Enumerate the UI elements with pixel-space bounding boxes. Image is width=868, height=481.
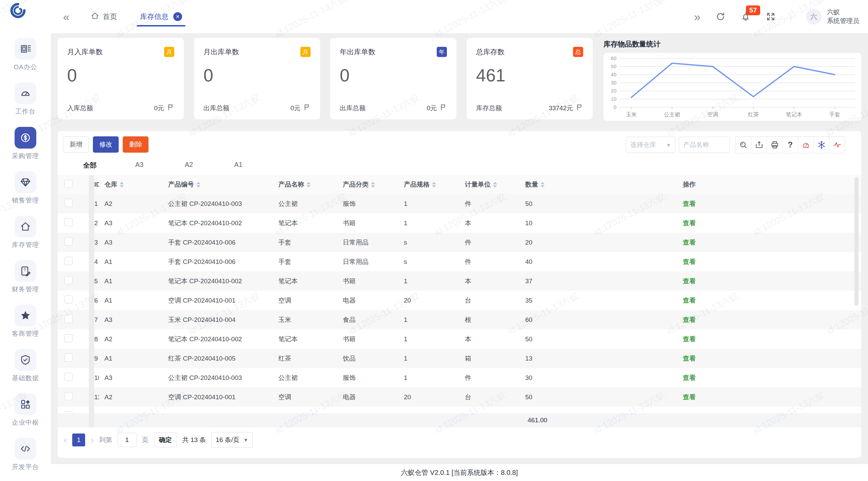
sidebar-item-label: 财务管理 bbox=[12, 285, 39, 294]
pulse-icon[interactable] bbox=[829, 137, 845, 153]
sidebar-item-purchase[interactable]: 采购管理 bbox=[12, 127, 39, 171]
delete-button[interactable]: 删除 bbox=[123, 136, 149, 153]
view-link[interactable]: 查看 bbox=[683, 219, 696, 227]
next-page-icon[interactable]: › bbox=[91, 435, 94, 445]
fullscreen-icon[interactable] bbox=[766, 12, 776, 22]
export-icon[interactable] bbox=[751, 137, 767, 153]
sidebar-item-inventory[interactable]: 库存管理 bbox=[12, 216, 39, 260]
filter-tab-全部[interactable]: 全部 bbox=[65, 157, 115, 174]
help-icon[interactable]: ? bbox=[782, 137, 798, 153]
tab-库存信息[interactable]: 库存信息✕ bbox=[138, 0, 184, 33]
sidebar-item-enterprise[interactable]: 企业中枢 bbox=[12, 393, 39, 438]
table-row[interactable]: 10A3公主裙 CP-20240410-003公主裙服饰1件30查看 bbox=[58, 368, 861, 387]
table-row[interactable]: 11A2空调 CP-20240410-001空调电器20台50查看 bbox=[58, 387, 861, 407]
search-icon[interactable] bbox=[735, 137, 751, 153]
sort-icon[interactable] bbox=[540, 182, 545, 188]
column-header-产品规格[interactable]: 产品规格 bbox=[398, 180, 459, 189]
view-link[interactable]: 查看 bbox=[683, 200, 696, 207]
svg-text:公主裙: 公主裙 bbox=[664, 112, 680, 117]
table-scrollbar[interactable] bbox=[854, 177, 859, 306]
goto-page-input[interactable]: 1 bbox=[118, 433, 137, 447]
sidebar-item-oa[interactable]: OA办公 bbox=[14, 38, 37, 82]
row-checkbox[interactable] bbox=[64, 257, 73, 265]
table-row[interactable]: 9A1红茶 CP-20240410-005红茶饮品1箱13查看 bbox=[58, 349, 861, 368]
sort-icon[interactable] bbox=[432, 182, 436, 188]
cell: 10 bbox=[520, 219, 601, 227]
sort-icon[interactable] bbox=[196, 182, 200, 188]
view-link[interactable]: 查看 bbox=[683, 355, 696, 362]
card-badge: 年 bbox=[437, 47, 447, 57]
edit-button[interactable]: 修改 bbox=[93, 136, 119, 153]
sidebar-item-customer[interactable]: 客商管理 bbox=[12, 305, 39, 349]
filter-tab-A2[interactable]: A2 bbox=[164, 157, 214, 174]
add-button[interactable]: 新增 bbox=[63, 136, 89, 153]
dashboard-icon[interactable] bbox=[798, 137, 813, 153]
view-link[interactable]: 查看 bbox=[683, 393, 696, 401]
table-row[interactable]: 2A3笔记本 CP-20240410-002笔记本书籍1本10查看 bbox=[58, 213, 861, 233]
svg-text:红茶: 红茶 bbox=[748, 112, 759, 117]
card-title: 年出库单数 bbox=[340, 47, 375, 57]
sort-icon[interactable] bbox=[493, 182, 497, 188]
notifications-icon[interactable]: 57 bbox=[741, 12, 751, 22]
view-link[interactable]: 查看 bbox=[683, 335, 696, 343]
row-checkbox[interactable] bbox=[64, 276, 73, 284]
table-row[interactable]: 12A1公主裙 CP-20240410-003公主裙服饰30件54查看 bbox=[58, 407, 861, 413]
row-checkbox[interactable] bbox=[64, 392, 73, 400]
freeze-icon[interactable] bbox=[813, 137, 829, 153]
view-link[interactable]: 查看 bbox=[683, 316, 696, 323]
row-checkbox[interactable] bbox=[64, 237, 73, 246]
sidebar-item-dev[interactable]: 开发平台 bbox=[12, 438, 39, 481]
sort-icon[interactable] bbox=[120, 182, 124, 188]
sidebar-item-finance[interactable]: ?财务管理 bbox=[12, 260, 39, 305]
refresh-icon[interactable] bbox=[715, 12, 726, 22]
sort-icon[interactable] bbox=[371, 182, 375, 188]
column-header-产品编号[interactable]: 产品编号 bbox=[163, 180, 273, 189]
view-link[interactable]: 查看 bbox=[683, 277, 696, 285]
table-row[interactable]: 7A3玉米 CP-20240410-004玉米食品1根60查看 bbox=[58, 310, 861, 329]
view-link[interactable]: 查看 bbox=[683, 374, 696, 381]
sidebar-item-base-data[interactable]: 基础数据 bbox=[12, 349, 39, 393]
print-icon[interactable] bbox=[767, 137, 782, 153]
prev-page-icon[interactable]: ‹ bbox=[64, 435, 67, 445]
column-header-数量[interactable]: 数量 bbox=[520, 180, 601, 189]
table-row[interactable]: 8A2笔记本 CP-20240410-002笔记本书籍1本50查看 bbox=[58, 329, 861, 349]
row-checkbox[interactable] bbox=[64, 334, 73, 342]
confirm-button[interactable]: 确定 bbox=[154, 432, 177, 447]
table-row[interactable]: 6A1空调 CP-20240410-001空调电器20台35查看 bbox=[58, 291, 861, 310]
row-checkbox[interactable] bbox=[64, 353, 73, 362]
table-row[interactable]: 3A3手套 CP-20240410-006手套日常用品s件20查看 bbox=[58, 233, 861, 252]
row-checkbox[interactable] bbox=[64, 218, 73, 226]
select-all-checkbox[interactable] bbox=[64, 180, 73, 188]
card-footer-value: 0元 bbox=[290, 103, 311, 113]
sidebar-item-sales[interactable]: 销售管理 bbox=[12, 171, 39, 216]
collapse-tabs-icon[interactable]: « bbox=[63, 11, 70, 22]
sort-icon[interactable] bbox=[307, 182, 311, 188]
product-name-input[interactable]: 产品名称 bbox=[679, 137, 730, 153]
avatar[interactable]: 六 bbox=[806, 9, 822, 24]
filter-tab-A1[interactable]: A1 bbox=[214, 157, 263, 174]
column-header-计量单位[interactable]: 计量单位 bbox=[459, 180, 520, 189]
close-tab-icon[interactable]: ✕ bbox=[173, 12, 182, 21]
expand-tabs-icon[interactable]: » bbox=[694, 11, 701, 22]
page-size-select[interactable]: 16 条/页 ▼ bbox=[211, 432, 253, 448]
table-row[interactable]: 4A1手套 CP-20240410-006手套日常用品s件40查看 bbox=[58, 252, 861, 271]
column-header-仓库[interactable]: 仓库 bbox=[99, 180, 163, 189]
view-link[interactable]: 查看 bbox=[683, 297, 696, 304]
table-row[interactable]: 5A1笔记本 CP-20240410-002笔记本书籍1本37查看 bbox=[58, 271, 861, 291]
row-checkbox[interactable] bbox=[64, 199, 73, 207]
column-header-产品分类[interactable]: 产品分类 bbox=[337, 180, 398, 189]
view-link[interactable]: 查看 bbox=[683, 258, 696, 265]
row-checkbox[interactable] bbox=[64, 315, 73, 323]
current-page[interactable]: 1 bbox=[72, 434, 85, 446]
warehouse-select[interactable]: 选择仓库 ▼ bbox=[626, 137, 675, 153]
sidebar-item-label: 客商管理 bbox=[12, 329, 39, 338]
table-row[interactable]: 1A2公主裙 CP-20240410-003公主裙服饰1件50查看 bbox=[58, 194, 861, 213]
row-checkbox[interactable] bbox=[64, 295, 73, 304]
filter-tab-A3[interactable]: A3 bbox=[115, 157, 164, 174]
view-link[interactable]: 查看 bbox=[683, 239, 696, 246]
sidebar-item-workbench[interactable]: 工作台 bbox=[15, 82, 36, 127]
tab-首页[interactable]: 首页 bbox=[88, 0, 119, 33]
card-badge: 月 bbox=[164, 47, 174, 57]
row-checkbox[interactable] bbox=[64, 373, 73, 381]
column-header-产品名称[interactable]: 产品名称 bbox=[273, 180, 337, 189]
